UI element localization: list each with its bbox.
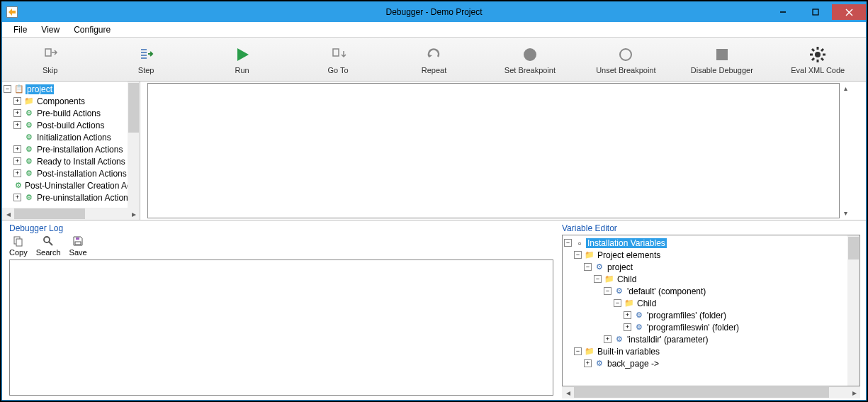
step-button[interactable]: Step — [98, 38, 193, 81]
scroll-right-icon[interactable]: ▸ — [128, 208, 140, 220]
titlebar[interactable]: Debugger - Demo Project — [2, 2, 866, 22]
var-label: Child — [616, 274, 638, 284]
collapse-icon[interactable]: − — [594, 275, 602, 283]
expand-icon[interactable]: + — [13, 157, 21, 165]
window-title: Debugger - Demo Project — [385, 7, 482, 17]
collapse-icon[interactable]: − — [604, 287, 611, 295]
svg-point-7 — [620, 49, 631, 60]
tree-item[interactable]: + 📁 Components — [4, 95, 138, 107]
horizontal-scrollbar[interactable]: ◂ ▸ — [562, 386, 860, 398]
svg-point-9 — [815, 52, 821, 57]
scroll-up-icon[interactable]: ▴ — [844, 84, 847, 92]
log-textarea[interactable] — [9, 259, 553, 396]
var-node[interactable]: − 📁 Child — [564, 297, 858, 309]
expand-icon[interactable]: + — [13, 194, 21, 201]
collapse-icon[interactable]: − — [574, 251, 582, 259]
scrollbar-thumb[interactable] — [848, 237, 859, 259]
expand-icon[interactable]: + — [624, 323, 631, 331]
tree-item[interactable]: + ⚙ Pre-build Actions — [4, 107, 138, 119]
app-window: Debugger - Demo Project File View Config… — [1, 1, 867, 401]
save-label: Save — [69, 248, 87, 257]
save-button[interactable]: Save — [69, 235, 87, 257]
menu-configure[interactable]: Configure — [68, 23, 116, 36]
var-node[interactable]: − ⚙ 'default' (component) — [564, 285, 858, 297]
expand-icon[interactable]: + — [13, 121, 21, 129]
collapse-icon[interactable]: − — [4, 85, 11, 93]
eval-xml-button[interactable]: Eval XML Code — [770, 38, 866, 81]
tree-item[interactable]: + ⚙ Post-build Actions — [4, 119, 138, 131]
scrollbar-thumb[interactable] — [128, 83, 139, 133]
scroll-left-icon[interactable]: ◂ — [562, 386, 574, 398]
disable-debugger-button[interactable]: Disable Debugger — [674, 38, 770, 81]
gear-icon: ⚙ — [634, 323, 644, 333]
goto-button[interactable]: Go To — [290, 38, 385, 81]
unset-breakpoint-button[interactable]: Unset Breakpoint — [578, 38, 674, 81]
scroll-down-icon[interactable]: ▾ — [844, 209, 847, 217]
repeat-button[interactable]: Repeat — [386, 38, 482, 81]
maximize-button[interactable] — [799, 4, 832, 20]
var-root[interactable]: − ▫ Installation Variables — [564, 237, 858, 249]
main-content-area[interactable] — [147, 83, 840, 218]
set-breakpoint-button[interactable]: Set Breakpoint — [482, 38, 577, 81]
eval-xml-icon — [808, 45, 828, 65]
gear-icon: ⚙ — [24, 121, 34, 130]
expand-icon[interactable]: + — [13, 145, 21, 153]
toolbar: Skip Step Run Go To Repeat Set Breakpoin… — [2, 38, 866, 82]
var-node[interactable]: − 📁 Built-in variables — [564, 345, 858, 357]
copy-button[interactable]: Copy — [9, 235, 28, 257]
svg-rect-19 — [16, 239, 22, 246]
expand-icon[interactable]: + — [624, 311, 631, 319]
collapse-icon[interactable]: − — [574, 347, 582, 355]
var-node[interactable]: + ⚙ 'programfiles' (folder) — [564, 309, 858, 321]
tree-root-label[interactable]: project — [26, 84, 54, 94]
expand-icon[interactable]: + — [13, 109, 21, 117]
expand-icon[interactable]: + — [604, 335, 611, 343]
scrollbar-thumb[interactable] — [14, 208, 85, 219]
expand-icon[interactable]: + — [13, 97, 21, 105]
tree-item[interactable]: + ⚙ Post-installation Actions — [4, 167, 138, 179]
menu-view[interactable]: View — [35, 23, 65, 36]
folder-icon: 📁 — [24, 96, 34, 106]
expand-icon[interactable]: + — [13, 169, 21, 177]
collapse-icon[interactable]: − — [584, 263, 592, 271]
tree-item[interactable]: ⚙ Post-Uninstaller Creation Actions — [4, 179, 138, 191]
var-node[interactable]: + ⚙ 'installdir' (parameter) — [564, 333, 858, 345]
collapse-icon[interactable]: − — [564, 239, 572, 247]
var-node[interactable]: + ⚙ 'programfileswin' (folder) — [564, 321, 858, 333]
unset-breakpoint-icon — [616, 45, 636, 65]
horizontal-scrollbar[interactable]: ◂ ▸ — [2, 208, 140, 220]
expand-icon[interactable]: + — [584, 359, 592, 367]
search-button[interactable]: Search — [36, 235, 61, 257]
var-node[interactable]: − 📁 Project elements — [564, 249, 858, 261]
tree-item-label: Pre-build Actions — [35, 108, 102, 118]
project-tree[interactable]: − 📋 project + 📁 Components + ⚙ Pre — [2, 82, 140, 208]
svg-line-16 — [812, 58, 814, 60]
svg-point-6 — [524, 48, 536, 61]
close-button[interactable] — [832, 4, 866, 20]
tree-item[interactable]: + ⚙ Pre-installation Actions — [4, 143, 138, 155]
main-pane: ▴ ▾ — [140, 82, 866, 220]
collapse-icon[interactable]: − — [614, 299, 621, 307]
vertical-scrollbar[interactable] — [128, 82, 140, 208]
minimize-button[interactable] — [767, 4, 799, 20]
tree-item[interactable]: + ⚙ Ready to Install Actions — [4, 155, 138, 167]
var-node[interactable]: − ⚙ project — [564, 261, 858, 273]
scroll-left-icon[interactable]: ◂ — [2, 208, 14, 220]
copy-label: Copy — [9, 248, 28, 257]
scrollbar-thumb[interactable] — [574, 387, 829, 398]
run-button[interactable]: Run — [194, 38, 290, 81]
tree-root[interactable]: − 📋 project — [4, 83, 138, 95]
vertical-scrollbar[interactable] — [847, 235, 859, 386]
menu-file[interactable]: File — [8, 23, 33, 36]
var-node[interactable]: − 📁 Child — [564, 273, 858, 285]
scroll-right-icon[interactable]: ▸ — [848, 386, 860, 398]
tree-item[interactable]: ⚙ Initialization Actions — [4, 131, 138, 143]
var-root-label[interactable]: Installation Variables — [586, 238, 667, 248]
step-label: Step — [138, 66, 154, 74]
skip-button[interactable]: Skip — [2, 38, 98, 81]
tree-item[interactable]: + ⚙ Pre-uninstallation Actions — [4, 191, 138, 203]
variable-tree[interactable]: − ▫ Installation Variables − 📁 Project e… — [562, 235, 860, 386]
var-label: Built-in variables — [596, 347, 661, 357]
var-label: 'programfiles' (folder) — [646, 311, 728, 320]
var-node[interactable]: + ⚙ back_page -> — [564, 357, 858, 369]
